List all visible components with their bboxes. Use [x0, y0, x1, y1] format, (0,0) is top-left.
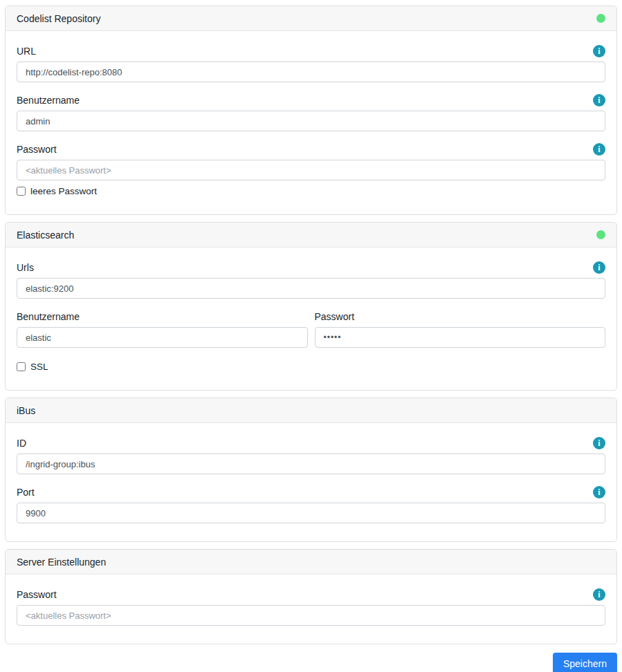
- label-row-elastic-username: Benutzername: [17, 310, 308, 324]
- info-icon[interactable]: i: [593, 94, 605, 106]
- field-ibus-id: ID i: [17, 436, 605, 474]
- footer-actions: Speichern: [5, 653, 617, 672]
- ibus-id-input[interactable]: [17, 454, 605, 474]
- field-server-password: Passwort i: [17, 588, 605, 626]
- card-header-elasticsearch: Elasticsearch: [6, 223, 616, 248]
- elastic-ssl-row: SSL: [17, 362, 605, 372]
- save-button[interactable]: Speichern: [553, 653, 617, 672]
- label-row-server-password: Passwort i: [17, 588, 605, 601]
- codelist-url-label: URL: [17, 44, 36, 58]
- label-row-codelist-username: Benutzername i: [17, 93, 605, 107]
- card-header-codelist-repository: Codelist Repository: [6, 6, 616, 31]
- elastic-ssl-label: SSL: [30, 362, 48, 372]
- field-elastic-password: Passwort: [315, 310, 606, 348]
- field-codelist-username: Benutzername i: [17, 93, 605, 131]
- field-elastic-urls: Urls i: [17, 261, 605, 299]
- card-header-server-einstellungen: Server Einstellungen: [6, 550, 616, 575]
- ibus-port-label: Port: [17, 485, 35, 499]
- card-title-ibus: iBus: [17, 405, 35, 416]
- codelist-username-label: Benutzername: [17, 93, 80, 107]
- info-icon[interactable]: i: [593, 437, 605, 449]
- card-title-codelist-repository: Codelist Repository: [17, 13, 100, 24]
- status-ok-dot: [596, 14, 605, 23]
- card-body-codelist-repository: URL i Benutzername i Passwort i leeres P…: [6, 31, 616, 214]
- codelist-password-label: Passwort: [17, 142, 57, 156]
- codelist-empty-password-label: leeres Passwort: [30, 186, 97, 196]
- label-row-elastic-urls: Urls i: [17, 261, 605, 274]
- codelist-password-input[interactable]: [17, 160, 605, 180]
- field-ibus-port: Port i: [17, 485, 605, 523]
- info-icon[interactable]: i: [593, 143, 605, 156]
- label-row-codelist-password: Passwort i: [17, 142, 605, 156]
- card-header-ibus: iBus: [6, 398, 616, 423]
- server-password-input[interactable]: [17, 605, 605, 626]
- field-elastic-username: Benutzername: [17, 310, 308, 348]
- info-icon[interactable]: i: [593, 486, 605, 498]
- field-codelist-url: URL i: [17, 44, 605, 82]
- info-icon[interactable]: i: [593, 261, 605, 274]
- elastic-credentials-row: Benutzername Passwort: [17, 310, 605, 348]
- codelist-empty-password-checkbox[interactable]: [17, 187, 26, 196]
- card-elasticsearch: Elasticsearch Urls i Benutzername Passwo…: [5, 222, 617, 391]
- elastic-ssl-checkbox[interactable]: [17, 362, 26, 371]
- card-body-server-einstellungen: Passwort i: [6, 575, 616, 644]
- ibus-port-input[interactable]: [17, 503, 605, 523]
- card-ibus: iBus ID i Port i: [5, 398, 617, 542]
- ibus-id-label: ID: [17, 436, 26, 450]
- codelist-username-input[interactable]: [17, 111, 605, 131]
- card-body-ibus: ID i Port i: [6, 423, 616, 541]
- card-codelist-repository: Codelist Repository URL i Benutzername i…: [5, 6, 617, 215]
- label-row-ibus-id: ID i: [17, 436, 605, 450]
- card-title-elasticsearch: Elasticsearch: [17, 230, 74, 241]
- info-icon[interactable]: i: [593, 45, 605, 57]
- elastic-urls-label: Urls: [17, 261, 34, 274]
- card-body-elasticsearch: Urls i Benutzername Passwort SSL: [6, 248, 616, 390]
- elastic-urls-input[interactable]: [17, 278, 605, 299]
- card-title-server-einstellungen: Server Einstellungen: [17, 557, 106, 568]
- field-codelist-password: Passwort i: [17, 142, 605, 180]
- status-ok-dot: [596, 230, 605, 239]
- label-row-ibus-port: Port i: [17, 485, 605, 499]
- elastic-password-label: Passwort: [315, 310, 355, 324]
- card-server-einstellungen: Server Einstellungen Passwort i: [5, 549, 617, 644]
- label-row-codelist-url: URL i: [17, 44, 605, 58]
- elastic-username-label: Benutzername: [17, 310, 80, 324]
- server-password-label: Passwort: [17, 588, 57, 601]
- codelist-empty-password-row: leeres Passwort: [17, 186, 605, 196]
- elastic-username-input[interactable]: [17, 327, 308, 348]
- info-icon[interactable]: i: [593, 588, 605, 601]
- codelist-url-input[interactable]: [17, 62, 605, 82]
- label-row-elastic-password: Passwort: [315, 310, 606, 324]
- elastic-password-input[interactable]: [315, 327, 606, 348]
